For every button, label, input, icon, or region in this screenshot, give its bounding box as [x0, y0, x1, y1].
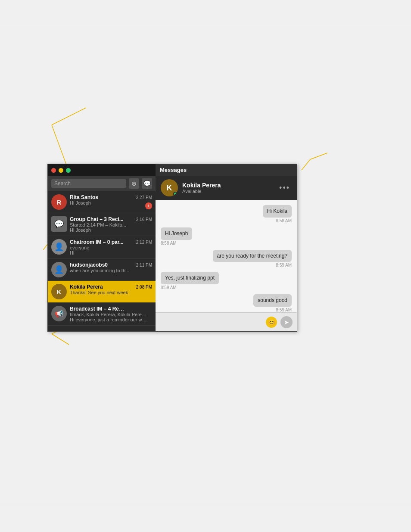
avatar-group: 💬: [51, 216, 67, 232]
messages-area: Hi Kokila 8:58 AM Hi Joseph 8:58 AM are …: [156, 200, 297, 312]
message-row-1: Hi Kokila 8:58 AM: [161, 205, 292, 223]
chat-more-button[interactable]: •••: [277, 184, 292, 193]
checkmark-icon: ✓: [174, 193, 177, 196]
message-time-2: 8:58 AM: [161, 241, 177, 246]
conv-sub-chatroom: everyone: [70, 245, 147, 250]
close-button[interactable]: [51, 168, 56, 173]
person-icon: 👤: [54, 265, 64, 274]
conv-name-rita: Rita Santos: [70, 194, 98, 200]
conv-time-kokila: 2:08 PM: [136, 285, 152, 289]
emoji-icon: 😊: [268, 319, 275, 326]
conv-name-group: Group Chat – 3 Reci...: [70, 216, 124, 222]
message-time-4: 8:59 AM: [161, 285, 177, 290]
top-rule: [0, 26, 411, 26]
avatar-initials: R: [57, 199, 62, 206]
conv-time-rita: 2:27 PM: [136, 195, 152, 200]
send-icon: ➤: [284, 319, 289, 326]
message-time-5: 8:59 AM: [276, 308, 292, 312]
bottom-rule: [0, 506, 411, 506]
svg-line-1: [52, 108, 86, 125]
chat-icon: 💬: [143, 180, 151, 187]
message-bubble-3: are you ready for the meeting?: [213, 250, 292, 262]
conv-time-hudson: 2:11 PM: [136, 263, 152, 268]
conv-preview-rita: Hi Joseph: [70, 200, 147, 205]
svg-line-5: [310, 153, 327, 159]
unread-badge-rita: 1: [145, 202, 152, 209]
conv-time-chatroom: 2:12 PM: [136, 240, 152, 245]
avatar-kokila: K: [51, 284, 67, 299]
conv-item-hudson[interactable]: 👤 hudsonjacobs0 2:11 PM when are you com…: [48, 259, 156, 281]
message-input[interactable]: [160, 319, 262, 325]
conv-body-broadcast: Broadcast IM – 4 Recipients hmack, Kokil…: [70, 306, 152, 322]
left-panel: ⊕ 💬 R Rita Santos 2:27 PM Hi Joseph: [48, 164, 156, 331]
conv-preview-group: Hi Joseph: [70, 227, 147, 233]
message-bubble-5: sounds good: [253, 294, 292, 307]
app-container: ⊕ 💬 R Rita Santos 2:27 PM Hi Joseph: [47, 164, 297, 332]
conv-item-rita-santos[interactable]: R Rita Santos 2:27 PM Hi Joseph 1: [48, 191, 156, 213]
minimize-button[interactable]: [59, 168, 63, 173]
status-indicator: ✓: [173, 192, 177, 196]
message-bubble-1: Hi Kokila: [263, 205, 292, 218]
conv-item-chatroom[interactable]: 👤 Chatroom IM – 0 par... 2:12 PM everyon…: [48, 236, 156, 259]
title-bar: [48, 164, 156, 176]
conv-body-group: Group Chat – 3 Reci... 2:16 PM Started 2…: [70, 216, 152, 233]
chat-header: K ✓ Kokila Perera Available •••: [156, 176, 297, 200]
search-input[interactable]: [51, 179, 126, 188]
conv-time-group: 2:16 PM: [136, 217, 152, 222]
search-bar: ⊕ 💬: [48, 176, 156, 191]
message-row-5: sounds good 8:59 AM: [161, 294, 292, 312]
conv-item-kokila[interactable]: K Kokila Perera 2:08 PM Thanks! See you …: [48, 281, 156, 303]
add-contact-button[interactable]: ⊕: [129, 178, 139, 189]
right-panel: Messages K ✓ Kokila Perera Available •••…: [156, 164, 297, 331]
add-icon: ⊕: [131, 180, 137, 187]
conv-name-kokila: Kokila Perera: [70, 284, 103, 290]
message-time-1: 8:58 AM: [276, 218, 292, 223]
message-bubble-2: Hi Joseph: [161, 227, 192, 240]
conv-sub-broadcast: hmack, Kokila Perera, Kokila Perera...: [70, 312, 147, 317]
maximize-button[interactable]: [66, 168, 71, 173]
conv-body-chatroom: Chatroom IM – 0 par... 2:12 PM everyone …: [70, 239, 152, 255]
conv-preview-hudson: when are you coming to th...: [70, 268, 147, 273]
input-bar: 😊 ➤: [156, 312, 297, 331]
avatar-rita: R: [51, 194, 67, 210]
conv-name-chatroom: Chatroom IM – 0 par...: [70, 239, 124, 245]
conv-sub-group: Started 2:14 PM – Kokila...: [70, 222, 147, 227]
chat-contact-info: Kokila Perera Available: [182, 182, 273, 194]
avatar-chatroom: 👤: [51, 239, 67, 255]
message-bubble-4: Yes, just finalizing ppt: [161, 272, 219, 284]
conv-preview-chatroom: Hi: [70, 250, 147, 255]
conv-preview-broadcast: Hi everyone, just a reminder our wee.: [70, 317, 147, 322]
conv-preview-kokila: Thanks! See you next week: [70, 290, 147, 295]
svg-line-0: [52, 125, 67, 166]
chat-avatar: K ✓: [161, 179, 178, 196]
message-time-3: 8:59 AM: [276, 263, 292, 268]
messages-title: Messages: [156, 164, 297, 176]
svg-line-3: [52, 334, 69, 345]
message-row-4: Yes, just finalizing ppt 8:59 AM: [161, 272, 292, 290]
avatar-broadcast: 📢: [51, 306, 67, 321]
avatar-initials-kokila: K: [57, 288, 62, 296]
message-row-2: Hi Joseph 8:58 AM: [161, 227, 292, 246]
group-icon: 💬: [54, 219, 64, 229]
svg-line-4: [302, 159, 310, 170]
conversation-list: R Rita Santos 2:27 PM Hi Joseph 1 💬: [48, 191, 156, 331]
conv-item-broadcast[interactable]: 📢 Broadcast IM – 4 Recipients hmack, Kok…: [48, 303, 156, 326]
conv-name-hudson: hudsonjacobs0: [70, 262, 108, 268]
conv-body-hudson: hudsonjacobs0 2:11 PM when are you comin…: [70, 262, 152, 273]
chat-contact-name: Kokila Perera: [182, 182, 273, 189]
new-chat-button[interactable]: 💬: [142, 178, 152, 189]
conv-body-rita: Rita Santos 2:27 PM Hi Joseph: [70, 194, 152, 205]
conv-item-group-chat[interactable]: 💬 Group Chat – 3 Reci... 2:16 PM Started…: [48, 213, 156, 236]
chat-avatar-initials: K: [167, 184, 172, 193]
chatroom-icon: 👤: [54, 242, 64, 252]
conv-body-kokila: Kokila Perera 2:08 PM Thanks! See you ne…: [70, 284, 152, 295]
broadcast-icon: 📢: [55, 310, 63, 318]
avatar-hudson: 👤: [51, 262, 67, 277]
chat-status: Available: [182, 189, 273, 194]
conv-name-broadcast: Broadcast IM – 4 Recipients: [70, 306, 126, 312]
emoji-button[interactable]: 😊: [266, 317, 277, 328]
send-button[interactable]: ➤: [280, 316, 293, 328]
message-row-3: are you ready for the meeting? 8:59 AM: [161, 250, 292, 268]
